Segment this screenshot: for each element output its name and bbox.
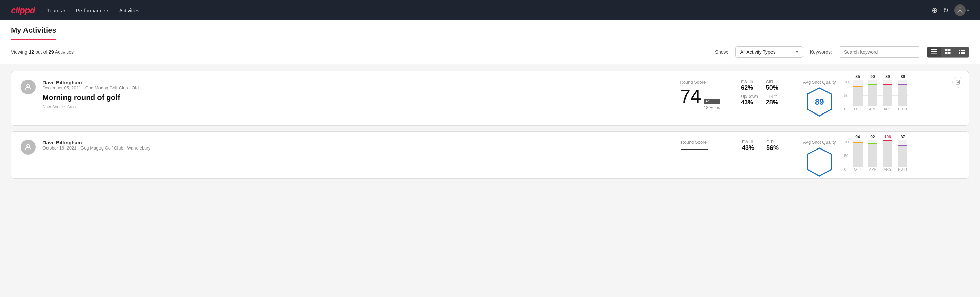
stat-gir: GIR 56%: [767, 140, 783, 152]
svg-point-16: [27, 144, 30, 147]
nav-item-activities[interactable]: Activities: [118, 8, 141, 13]
score-dash: [681, 149, 708, 150]
view-toggles: [927, 46, 969, 58]
bar-putt: 89 PUTT: [898, 74, 908, 111]
avatar: [21, 80, 36, 94]
filters-bar: Viewing 12 out of 29 Activities Show: Al…: [0, 40, 980, 64]
edit-button[interactable]: [953, 77, 963, 88]
refresh-icon[interactable]: ↻: [943, 6, 949, 14]
bar-app: 90 APP: [868, 74, 877, 111]
svg-point-0: [959, 8, 961, 10]
bar-arg-wrap: [883, 140, 892, 166]
svg-rect-1: [931, 49, 937, 50]
bar-app: 92 APP: [868, 134, 877, 171]
viewing-current: 12: [29, 49, 34, 55]
shot-quality-chart: 100 50 0 85: [844, 80, 908, 117]
avg-shot-quality-section: Avg Shot Quality 100 50 0: [796, 140, 959, 177]
viewing-count-text: Viewing 12 out of 29 Activities: [11, 49, 708, 55]
nav-item-teams[interactable]: Teams ▾: [46, 8, 67, 13]
nav-item-performance[interactable]: Performance ▾: [75, 8, 110, 13]
bar-arg-marker: [883, 84, 892, 85]
card-info: Dave Billingham October 16, 2021 - Gog M…: [43, 140, 667, 153]
nav-right: ⊕ ↻ ▾: [932, 5, 969, 16]
bar-ott-fill: [853, 142, 862, 166]
bar-ott-value: 85: [855, 74, 860, 79]
svg-marker-17: [808, 148, 831, 176]
view-toggle-list-dense[interactable]: [928, 47, 941, 57]
page-header: My Activities: [0, 21, 980, 40]
bar-app-wrap: [868, 80, 877, 106]
score-diff-badge: +4: [704, 99, 720, 104]
bar-ott-fill: [853, 86, 862, 106]
activity-type-selected: All Activity Types: [740, 49, 776, 55]
bar-arg: 106 ARG: [883, 134, 892, 171]
search-input[interactable]: [839, 46, 920, 58]
activity-card: Dave Billingham December 05, 2021 - Gog …: [11, 71, 969, 126]
svg-rect-10: [959, 52, 960, 53]
bar-app-fill: [868, 144, 877, 166]
nav-links: Teams ▾ Performance ▾ Activities: [46, 8, 921, 13]
avg-shot-label: Avg Shot Quality: [803, 80, 836, 85]
fw-hit-label: FW Hit: [742, 140, 758, 144]
card-activity-title: Morning round of golf: [43, 93, 666, 102]
score-display: 74 +4 18 Holes: [680, 87, 721, 110]
hexagon-container: Avg Shot Quality: [803, 140, 836, 177]
bar-ott-marker: [853, 142, 862, 144]
bar-app-marker: [868, 84, 877, 85]
svg-rect-2: [931, 51, 937, 52]
performance-chevron-icon: ▾: [107, 8, 108, 12]
activity-type-dropdown[interactable]: All Activity Types ▾: [735, 46, 803, 58]
view-toggle-list[interactable]: [955, 47, 969, 57]
bar-putt: 87 PUTT: [898, 134, 908, 171]
svg-point-14: [27, 84, 30, 87]
viewing-total: 29: [49, 49, 54, 55]
bar-putt-marker: [898, 84, 907, 85]
logo[interactable]: clippd: [11, 5, 35, 16]
card-data-source: Data Source: Arccos: [43, 105, 666, 109]
add-icon[interactable]: ⊕: [932, 6, 937, 14]
hexagon-container: Avg Shot Quality 89: [803, 80, 836, 117]
activity-dropdown-chevron-icon: ▾: [796, 50, 798, 54]
bar-arg: 89 ARG: [883, 74, 892, 111]
stats-section: FW Hit 62% GIR 50% Up/Down 43% 1 Putt 28…: [734, 80, 789, 106]
view-toggle-grid[interactable]: [941, 47, 955, 57]
bar-app-wrap: [868, 140, 877, 166]
svg-rect-11: [961, 52, 965, 53]
gir-label: GIR: [767, 140, 783, 144]
svg-rect-12: [959, 53, 960, 54]
round-score-section: Round Score 74 +4 18 Holes: [673, 80, 727, 110]
chart-y-axis: 100 50 0: [844, 140, 850, 171]
gir-value: 56%: [767, 144, 783, 152]
round-score-label: Round Score: [680, 80, 721, 85]
stat-oneputt: 1 Putt 28%: [766, 94, 783, 106]
bar-putt-marker: [898, 145, 907, 146]
chart-y-axis: 100 50 0: [844, 80, 850, 111]
bar-putt-wrap: [898, 80, 907, 106]
bar-arg-fill: [883, 84, 892, 106]
user-menu[interactable]: ▾: [954, 5, 969, 16]
stats-section: FW Hit 43% GIR 56%: [735, 140, 789, 152]
bar-app-value: 92: [870, 134, 875, 139]
bar-ott-value: 94: [855, 134, 860, 139]
bar-arg-value: 89: [885, 74, 890, 79]
bar-app-value: 90: [870, 74, 875, 79]
fw-hit-value: 62%: [741, 84, 757, 91]
fw-hit-value: 43%: [742, 144, 758, 152]
card-date: October 16, 2021 - Gog Magog Golf Club -…: [43, 145, 667, 150]
svg-rect-3: [931, 53, 937, 54]
shot-quality-chart: 100 50 0 94: [844, 140, 908, 177]
bar-arg-value: 106: [884, 134, 891, 139]
chart-bars: 85 OTT 90: [853, 80, 908, 111]
bar-putt-value: 89: [900, 74, 905, 79]
avg-shot-quality-section: Avg Shot Quality 89 100 50 0: [796, 80, 959, 117]
navbar: clippd Teams ▾ Performance ▾ Activities …: [0, 0, 980, 21]
chart-gridline-bottom: [853, 171, 908, 171]
bar-arg-wrap: [883, 80, 892, 106]
updown-value: 43%: [741, 99, 757, 106]
chart-bars: 94 OTT 92: [853, 140, 908, 171]
svg-rect-4: [945, 49, 948, 51]
round-score-label: Round Score: [681, 140, 722, 145]
gir-label: GIR: [766, 80, 783, 84]
activities-list: Dave Billingham December 05, 2021 - Gog …: [0, 64, 980, 185]
card-user-name: Dave Billingham: [43, 80, 666, 85]
